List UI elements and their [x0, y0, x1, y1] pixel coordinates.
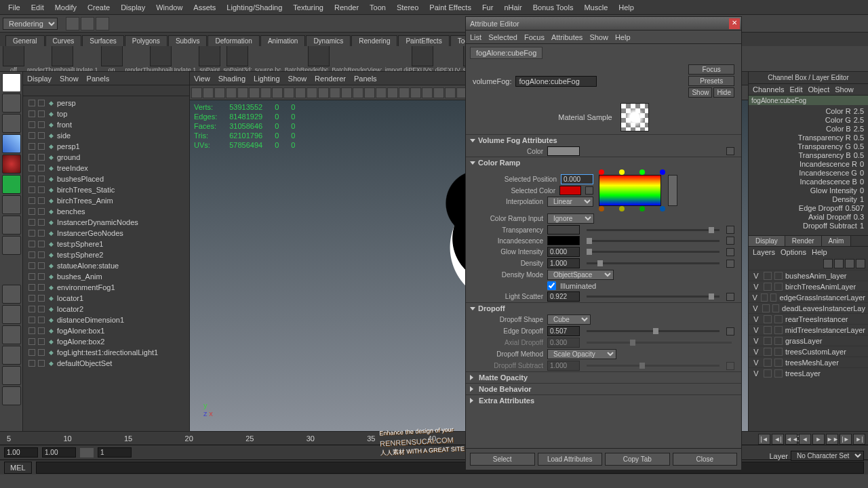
layer-tab-display[interactable]: Display	[749, 236, 785, 246]
map-button-icon[interactable]	[726, 327, 734, 336]
outliner-item[interactable]: ◆locator1	[23, 293, 189, 304]
menu-edit[interactable]: Edit	[26, 3, 50, 12]
shelf-tab-painteffects[interactable]: PaintEffects	[398, 35, 449, 46]
channel-attr[interactable]: Transparency G0.5	[749, 142, 868, 150]
channel-attr[interactable]: Color G2.5	[749, 115, 868, 124]
outliner-item[interactable]: ◆environmentFog1	[23, 282, 189, 293]
menu-assets[interactable]: Assets	[188, 3, 221, 12]
section-extra-attributes[interactable]: Extra Attributes	[466, 395, 741, 406]
dropoff-method-select[interactable]: Scale Opacity	[547, 349, 616, 359]
map-button-icon[interactable]	[726, 237, 734, 245]
section-matte-opacity[interactable]: Matte Opacity	[466, 372, 741, 383]
menu-bonustools[interactable]: Bonus Tools	[528, 3, 579, 12]
step-back-icon[interactable]: ◄◄	[785, 434, 797, 445]
close-icon[interactable]: ✕	[729, 18, 740, 29]
manip-tool[interactable]	[2, 195, 21, 214]
outliner-item[interactable]: ◆persp1	[23, 141, 189, 152]
go-to-end-icon[interactable]: ►|	[853, 434, 865, 445]
shelf-tab-deformation[interactable]: Deformation	[208, 35, 259, 46]
glow-intensity-slider[interactable]	[587, 251, 719, 253]
attr-menu-selected[interactable]: Selected	[488, 33, 517, 41]
outliner-item[interactable]: ◆birchTrees_Anim	[23, 195, 189, 206]
attr-menu-focus[interactable]: Focus	[524, 33, 545, 41]
shelf-tab-surfaces[interactable]: Surfaces	[82, 35, 123, 46]
four-pane-icon[interactable]	[2, 305, 21, 324]
display-layers-list[interactable]: VbushesAnim_layerVbirchTreesAnimLayerVed…	[749, 270, 868, 378]
module-select[interactable]: Rendering	[3, 18, 58, 30]
layer-menu-help[interactable]: Help	[812, 248, 827, 256]
channel-attr[interactable]: Incandescence G0	[749, 168, 868, 177]
script-editor-icon[interactable]	[2, 386, 21, 405]
outliner-persp-icon[interactable]	[2, 346, 21, 365]
viewport-tool-icon[interactable]	[191, 87, 202, 98]
attr-menu-help[interactable]: Help	[615, 33, 631, 41]
display-layer-item[interactable]: VrearTreesInstancer	[749, 313, 868, 324]
command-mode-label[interactable]: MEL	[4, 462, 32, 474]
shelf-tab-subdivs[interactable]: Subdivs	[168, 35, 208, 46]
scale-tool[interactable]	[2, 175, 21, 194]
outliner-item[interactable]: ◆ground	[23, 152, 189, 163]
display-layer-item[interactable]: VtreesLayer	[749, 367, 868, 378]
dropoff-shape-select[interactable]: Cube	[547, 314, 591, 325]
shelf-tab-animation[interactable]: Animation	[260, 35, 305, 46]
shelf-tab-polygons[interactable]: Polygons	[125, 35, 167, 46]
attr-menu-attributes[interactable]: Attributes	[551, 33, 583, 41]
outliner-item[interactable]: ◆locator2	[23, 304, 189, 314]
shelf-button[interactable]: spPaint3d;	[223, 46, 252, 72]
edge-dropoff-slider[interactable]	[587, 330, 719, 332]
channel-node-name[interactable]: fogAlone:cubeFog	[749, 96, 868, 105]
outliner-item[interactable]: ◆front	[23, 119, 189, 130]
viewport-tool-icon[interactable]	[283, 87, 294, 98]
last-tool[interactable]	[2, 236, 21, 255]
menu-texturing[interactable]: Texturing	[288, 3, 329, 12]
channel-attr[interactable]: Density1	[749, 195, 868, 203]
display-layer-item[interactable]: VgrassLayer	[749, 335, 868, 346]
hide-button[interactable]: Hide	[713, 87, 734, 98]
light-scatter-field[interactable]	[547, 291, 580, 302]
selected-color-swatch[interactable]	[559, 186, 581, 195]
rotate-tool[interactable]	[2, 155, 21, 174]
viewport-tool-icon[interactable]	[433, 87, 444, 98]
section-color-ramp[interactable]: Color Ramp	[466, 157, 741, 168]
layer-tab-render[interactable]: Render	[785, 236, 822, 246]
menu-lightingshading[interactable]: Lighting/Shading	[221, 3, 288, 12]
viewport-tool-icon[interactable]	[330, 87, 340, 98]
open-scene-icon[interactable]	[81, 17, 94, 30]
shelf-tab-rendering[interactable]: Rendering	[351, 35, 397, 46]
step-back-key-icon[interactable]: ◄|	[772, 434, 784, 445]
channel-attr[interactable]: Axial Dropoff0.3	[749, 212, 868, 221]
channel-attr[interactable]: Transparency B0.5	[749, 150, 868, 159]
viewport-tool-icon[interactable]	[260, 87, 271, 98]
channel-menu-show[interactable]: Show	[835, 85, 854, 94]
menu-render[interactable]: Render	[329, 3, 364, 12]
channel-attr[interactable]: Incandescence B0	[749, 177, 868, 186]
section-node-behavior[interactable]: Node Behavior	[466, 384, 741, 394]
menu-muscle[interactable]: Muscle	[578, 3, 613, 12]
new-layer-icon[interactable]	[845, 259, 854, 268]
viewport-tool-icon[interactable]	[295, 87, 306, 98]
display-layer-item[interactable]: VtreesMeshLayer	[749, 357, 868, 367]
move-tool[interactable]	[2, 134, 21, 153]
viewport-tool-icon[interactable]	[272, 87, 283, 98]
menu-help[interactable]: Help	[613, 3, 639, 12]
new-scene-icon[interactable]	[66, 17, 79, 30]
menu-window[interactable]: Window	[151, 3, 188, 12]
map-button-icon[interactable]	[726, 147, 734, 155]
layer-move-down-icon[interactable]	[834, 259, 844, 268]
viewport-tool-icon[interactable]	[410, 87, 421, 98]
shelf-button[interactable]: off	[3, 46, 24, 72]
display-layer-item[interactable]: VdeadLeavesInstancerLay	[749, 302, 868, 313]
viewport-menu-show[interactable]: Show	[288, 75, 307, 83]
viewport-tool-icon[interactable]	[399, 87, 410, 98]
map-button-icon[interactable]	[726, 226, 734, 234]
glow-intensity-field[interactable]	[547, 247, 580, 257]
shelf-button[interactable]: on	[101, 46, 123, 72]
viewport-tool-icon[interactable]	[318, 87, 329, 98]
outliner-item[interactable]: ◆test:pSphere2	[23, 249, 189, 260]
shelf-button[interactable]: source bc_BatchRender\bc_BatchRenderView…	[255, 46, 382, 72]
section-dropoff[interactable]: Dropoff	[466, 303, 741, 314]
menu-painteffects[interactable]: Paint Effects	[424, 3, 477, 12]
outliner-item[interactable]: ◆statueAlone:statue	[23, 260, 189, 271]
viewport-tool-icon[interactable]	[353, 87, 363, 98]
menu-toon[interactable]: Toon	[364, 3, 391, 12]
